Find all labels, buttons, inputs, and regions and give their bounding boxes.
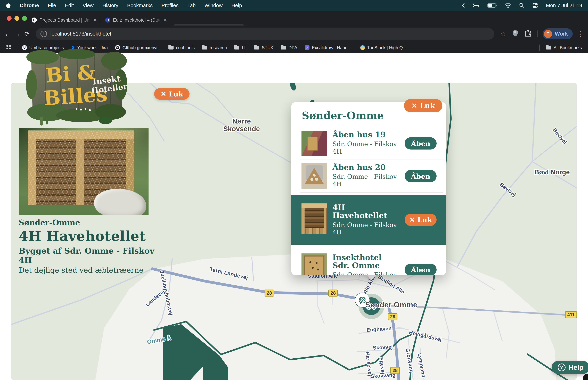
open-button[interactable]: Åben <box>405 137 436 150</box>
menu-bar-clock[interactable]: Mon 7 Jul 21.19 <box>546 2 582 8</box>
apps-grid-icon[interactable] <box>6 45 11 51</box>
menu-file[interactable]: File <box>48 2 56 8</box>
apple-logo-icon[interactable] <box>6 2 11 8</box>
site-logo[interactable]: Bi & Billes Insekt Hoteller <box>25 49 127 126</box>
tab-close-icon[interactable]: ✕ <box>163 18 167 23</box>
bookmark-folder-ll[interactable]: LL <box>234 45 247 50</box>
map-close-button[interactable]: ✕ Luk <box>154 88 190 100</box>
info-location: Sønder-Omme <box>19 218 165 227</box>
extensions-puzzle-icon[interactable] <box>525 30 531 38</box>
folder-icon <box>254 46 259 50</box>
open-label: Åben <box>411 139 430 148</box>
bookmark-folder-cool-tools[interactable]: cool tools <box>169 45 195 50</box>
control-center-icon[interactable] <box>532 2 538 8</box>
folder-icon <box>169 46 173 50</box>
hotel-photo <box>19 128 149 215</box>
url-text: localhost:5173/insekthotel <box>50 31 111 37</box>
list-divider <box>300 250 443 250</box>
menu-view[interactable]: View <box>82 2 94 8</box>
menu-window[interactable]: Window <box>205 2 223 8</box>
menu-help[interactable]: Help <box>231 2 242 8</box>
item-title: Åben hus 20 <box>332 163 399 171</box>
list-item-insekthotel-sdr-omme[interactable]: Insekthotel Sdr. Omme Sdr. Omme - Filsko… <box>291 252 446 275</box>
profile-chip[interactable]: T Work <box>543 28 573 39</box>
wifi-icon[interactable] <box>505 3 511 8</box>
excalidraw-icon: ✕ <box>305 45 309 50</box>
macos-menu-bar: Chrome File Edit View History Bookmarks … <box>0 0 588 11</box>
umbraco-favicon: U <box>105 18 110 23</box>
all-bookmarks-label: All Bookmarks <box>554 45 582 50</box>
item-title: Insekthotel Sdr. Omme <box>332 253 399 270</box>
menu-tab[interactable]: Tab <box>187 2 195 8</box>
bookmark-star-icon[interactable]: ☆ <box>500 30 506 38</box>
menu-chrome[interactable]: Chrome <box>20 2 39 8</box>
bookmark-folder-stuk[interactable]: STUK <box>254 45 273 50</box>
tab-edit-insekthotel[interactable]: U Edit: Insekthotel – (Staging) C ✕ <box>102 15 170 25</box>
profile-name: Work <box>555 31 568 37</box>
back-button[interactable]: ← <box>3 29 13 38</box>
tab-projects-dashboard[interactable]: U Projects Dashboard | Umbrac ✕ <box>29 15 100 25</box>
list-divider <box>300 192 443 192</box>
bed-status-icon[interactable] <box>473 3 480 8</box>
bookmark-folder-dpa[interactable]: DPA <box>281 45 297 50</box>
menu-profiles[interactable]: Profiles <box>161 2 178 8</box>
battery-icon[interactable] <box>487 3 497 8</box>
folder-icon <box>546 46 551 50</box>
bookmark-label: research <box>209 45 227 50</box>
map-label-bovl-norge: Bøvl Norge <box>534 169 570 176</box>
info-description: Det dejlige sted ved æbletræerne <box>19 266 165 274</box>
map-close-label: Luk <box>169 90 183 98</box>
bookmarks-divider <box>16 45 16 51</box>
popup-list: Åben hus 19 Sdr. Omme - Filskov 4H Åben … <box>291 129 446 275</box>
window-close-button[interactable] <box>7 16 12 21</box>
all-bookmarks-button[interactable]: All Bookmarks <box>539 45 582 51</box>
tab-divider <box>100 17 100 23</box>
list-divider <box>300 160 443 160</box>
forward-button[interactable]: → <box>13 29 22 38</box>
question-icon: ? <box>558 363 566 371</box>
bookmark-excalidraw[interactable]: ✕ Excalidraw | Hand-... <box>305 45 353 50</box>
list-item-4h-havehotellet-selected[interactable]: 4H Havehotellet Sdr. Omme - Filskov 4H ✕… <box>291 195 446 245</box>
menu-edit[interactable]: Edit <box>65 2 74 8</box>
tanstack-icon <box>360 45 365 50</box>
road-shield-411: 411 <box>565 311 577 318</box>
thumbnail <box>302 163 327 189</box>
tab-title: Projects Dashboard | Umbrac <box>39 18 91 23</box>
open-button[interactable]: Åben <box>405 264 436 275</box>
address-bar[interactable]: i localhost:5173/insekthotel <box>36 28 494 40</box>
road-shield-28: 28 <box>390 367 400 374</box>
close-icon: ✕ <box>409 216 415 224</box>
road-shield-28: 28 <box>328 290 338 297</box>
privacy-shield-icon[interactable] <box>512 30 518 38</box>
thumbnail <box>302 253 327 275</box>
list-item-aben-hus-19[interactable]: Åben hus 19 Sdr. Omme - Filskov 4H Åben <box>291 129 446 157</box>
bookmark-folder-research[interactable]: research <box>202 45 227 50</box>
menu-bookmarks[interactable]: Bookmarks <box>127 2 153 8</box>
site-info-icon[interactable]: i <box>40 31 47 37</box>
bookmark-tanstack[interactable]: TanStack | High Q... <box>360 45 407 50</box>
list-item-aben-hus-20[interactable]: Åben hus 20 Sdr. Omme - Filskov 4H Åben <box>291 162 446 190</box>
avatar: T <box>544 30 552 38</box>
map-label-sonder-omme: Sønder Omme <box>365 301 417 309</box>
window-minimize-button[interactable] <box>15 16 19 21</box>
location-popup: ✕ Luk Sønder-Omme Åben hus 19 Sdr. Omme … <box>291 102 446 275</box>
bookmark-label: DPA <box>288 45 297 50</box>
open-button[interactable]: Åben <box>405 170 436 182</box>
chevron-left-icon[interactable] <box>462 3 465 8</box>
item-subtitle: Sdr. Omme - Filskov 4H <box>332 140 399 155</box>
folder-icon <box>234 46 239 50</box>
popup-close-button[interactable]: ✕ Luk <box>404 99 442 112</box>
reload-button[interactable]: ⟳ <box>22 29 32 38</box>
window-zoom-button[interactable] <box>22 16 27 21</box>
close-label: Luk <box>417 216 432 224</box>
tab-close-icon[interactable]: ✕ <box>93 18 97 23</box>
item-title: 4H Havehotellet <box>332 203 399 220</box>
help-button[interactable]: ? Help <box>551 361 588 374</box>
spotlight-search-icon[interactable] <box>519 3 525 8</box>
folder-icon <box>281 46 286 50</box>
folder-icon <box>202 46 207 50</box>
chrome-menu-kebab-icon[interactable]: ⋮ <box>577 30 584 38</box>
item-subtitle: Sdr. Omme - Filskov 4H <box>332 271 399 275</box>
close-item-button[interactable]: ✕ Luk <box>405 214 436 226</box>
menu-history[interactable]: History <box>102 2 118 8</box>
